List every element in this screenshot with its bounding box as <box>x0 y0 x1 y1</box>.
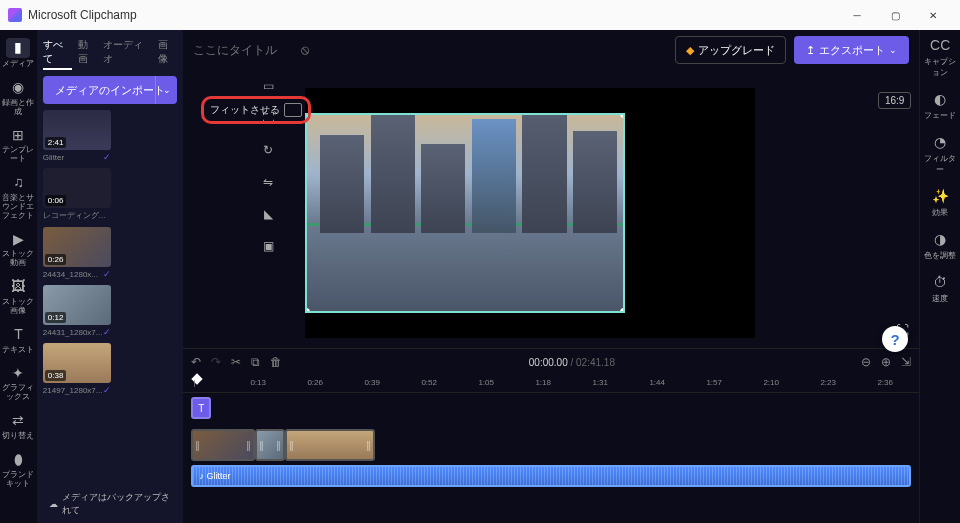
timeline-toolbar: ↶ ↷ ✂ ⧉ 🗑 00:00.00 / 02:41.18 ⊖ ⊕ ⇲ <box>183 349 919 375</box>
nav-music[interactable]: ♫音楽とサウンドエフェクト <box>0 174 37 220</box>
media-tabs: すべて動画オーディオ画像 <box>43 36 178 70</box>
upgrade-button[interactable]: ◆ アップグレード <box>675 36 786 64</box>
ruler-tick: 1:05 <box>478 378 494 387</box>
clip-thumbnail[interactable]: 0:26 <box>43 227 111 267</box>
fit-icon[interactable] <box>284 103 302 117</box>
check-icon: ✓ <box>103 152 111 162</box>
window-close-button[interactable]: ✕ <box>914 0 952 30</box>
titlebar: Microsoft Clipchamp ─ ▢ ✕ <box>0 0 960 30</box>
zoom-out-icon[interactable]: ⊖ <box>861 355 871 369</box>
selected-video-clip[interactable] <box>305 113 625 313</box>
media-clip[interactable]: 0:3821497_1280x7...✓ <box>43 343 111 395</box>
nav-rec[interactable]: ◉録画と作成 <box>0 79 37 117</box>
ruler-tick: 2:36 <box>877 378 893 387</box>
resize-handle-ne[interactable] <box>620 113 625 118</box>
zoom-fit-icon[interactable]: ⇲ <box>901 355 911 369</box>
left-nav-rail: ▮メディア◉録画と作成⊞テンプレート♫音楽とサウンドエフェクト▶ストック動画🖼ス… <box>0 30 37 523</box>
media-tab[interactable]: 画像 <box>158 36 177 70</box>
transition-icon: ⇄ <box>9 412 27 430</box>
clip-thumbnail[interactable]: 0:06 <box>43 168 111 208</box>
crop-tool-icon[interactable]: ▭ <box>258 76 278 96</box>
nav-text[interactable]: Tテキスト <box>2 326 34 355</box>
title-track[interactable]: T <box>191 397 911 425</box>
title-clip[interactable]: T <box>191 397 211 419</box>
window-maximize-button[interactable]: ▢ <box>876 0 914 30</box>
brand-icon: ⬮ <box>9 451 27 469</box>
clip-thumbnail[interactable]: 2:41 <box>43 110 111 150</box>
video-track[interactable]: ‖‖ ‖‖ ‖‖ <box>191 429 911 461</box>
prop-speed[interactable]: ⏱速度 <box>931 273 949 304</box>
media-clip[interactable]: 0:2624434_1280x...✓ <box>43 227 111 279</box>
nav-transition[interactable]: ⇄切り替え <box>2 412 34 441</box>
pip-icon[interactable]: ▣ <box>258 236 278 256</box>
media-clip[interactable]: 0:06レコーディング... <box>43 168 111 221</box>
undo-icon[interactable]: ↶ <box>191 355 201 369</box>
nav-image[interactable]: 🖼ストック画像 <box>0 278 37 316</box>
resize-handle-se[interactable] <box>620 308 625 313</box>
copy-icon[interactable]: ⧉ <box>251 355 260 369</box>
timeline-tracks[interactable]: T ‖‖ ‖‖ ‖‖ ♪ Glitter <box>183 393 919 523</box>
adjust-icon: ◑ <box>931 230 949 248</box>
app-logo-icon <box>8 8 22 22</box>
window-minimize-button[interactable]: ─ <box>838 0 876 30</box>
video-clip-2[interactable]: ‖‖ <box>255 429 285 461</box>
prop-filter[interactable]: ◔フィルター <box>920 133 960 175</box>
help-button[interactable]: ? <box>882 326 908 352</box>
backup-status: ☁ メディアはバックアップされて <box>43 491 178 517</box>
clip-name: 24434_1280x... <box>43 270 98 279</box>
delete-icon[interactable]: 🗑 <box>270 355 282 369</box>
nav-template[interactable]: ⊞テンプレート <box>0 126 37 164</box>
media-clip[interactable]: 0:1224431_1280x7...✓ <box>43 285 111 337</box>
nav-graphics[interactable]: ✦グラフィックス <box>0 364 37 402</box>
clip-thumbnail[interactable]: 0:12 <box>43 285 111 325</box>
import-media-button[interactable]: メディアのインポート ⌄ <box>43 76 178 104</box>
cut-icon[interactable]: ✂ <box>231 355 241 369</box>
time-current: 00:00.00 <box>529 357 568 368</box>
project-title-input[interactable] <box>193 43 293 57</box>
ruler-tick: 1:44 <box>649 378 665 387</box>
prop-fx[interactable]: ✨効果 <box>931 187 949 218</box>
nav-video[interactable]: ▶ストック動画 <box>0 230 37 268</box>
speed-icon: ⏱ <box>931 273 949 291</box>
prop-fade[interactable]: ◐フェード <box>924 90 956 121</box>
check-icon: ✓ <box>103 269 111 279</box>
ruler-tick: | <box>193 378 195 387</box>
ruler-tick: 2:23 <box>820 378 836 387</box>
media-tab[interactable]: すべて <box>43 36 72 70</box>
timeline-ruler[interactable]: |0:130:260:390:521:051:181:311:441:572:1… <box>183 375 919 393</box>
visibility-icon[interactable]: ⦸ <box>301 42 309 58</box>
timecode: 00:00.00 / 02:41.18 <box>529 357 615 368</box>
media-clip[interactable]: 2:41Glitter✓ <box>43 110 111 162</box>
preview-canvas[interactable] <box>305 88 755 338</box>
nav-brand[interactable]: ⬮ブランドキット <box>0 451 37 489</box>
rotate-icon[interactable]: ↻ <box>258 140 278 160</box>
app-name: Microsoft Clipchamp <box>28 8 137 22</box>
aspect-ratio-button[interactable]: 16:9 <box>878 92 911 109</box>
video-clip-1[interactable]: ‖‖ <box>191 429 255 461</box>
clip-thumbnail[interactable]: 0:38 <box>43 343 111 383</box>
ruler-tick: 0:52 <box>421 378 437 387</box>
flip-v-icon[interactable]: ◣ <box>258 204 278 224</box>
folder-icon: ▮ <box>6 38 30 58</box>
clip-duration: 2:41 <box>45 137 67 148</box>
rec-icon: ◉ <box>9 79 27 97</box>
prop-cc[interactable]: CCキャプション <box>920 36 960 78</box>
video-clip-3[interactable]: ‖‖ <box>285 429 375 461</box>
prop-adjust[interactable]: ◑色を調整 <box>924 230 956 261</box>
ruler-tick: 0:13 <box>250 378 266 387</box>
zoom-in-icon[interactable]: ⊕ <box>881 355 891 369</box>
resize-handle-sw[interactable] <box>305 308 310 313</box>
fit-button[interactable]: フィットさせる <box>210 103 280 117</box>
export-button[interactable]: ↥ エクスポート ⌄ <box>794 36 909 64</box>
media-tab[interactable]: 動画 <box>78 36 97 70</box>
clip-duration: 0:38 <box>45 370 67 381</box>
flip-h-icon[interactable]: ⇋ <box>258 172 278 192</box>
check-icon: ✓ <box>103 327 111 337</box>
import-dropdown-chevron-icon[interactable]: ⌄ <box>155 76 177 104</box>
text-icon: T <box>9 326 27 344</box>
media-tab[interactable]: オーディオ <box>103 36 152 70</box>
audio-clip[interactable]: ♪ Glitter <box>191 465 911 487</box>
redo-icon[interactable]: ↷ <box>211 355 221 369</box>
clip-name: 24431_1280x7... <box>43 328 103 337</box>
nav-folder[interactable]: ▮メディア <box>2 38 34 69</box>
